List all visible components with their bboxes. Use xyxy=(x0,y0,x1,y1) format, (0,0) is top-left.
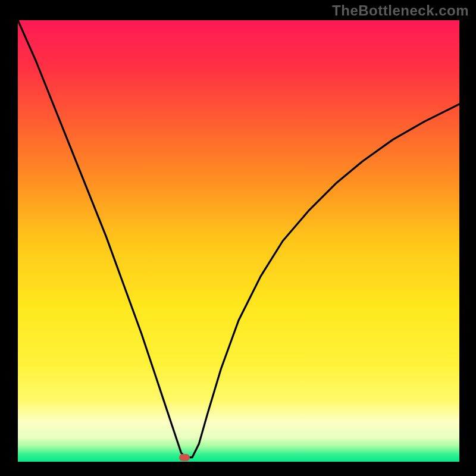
bottleneck-marker xyxy=(179,454,190,461)
chart-curve xyxy=(18,20,459,462)
watermark-text: TheBottleneck.com xyxy=(332,2,469,19)
chart-frame: TheBottleneck.com xyxy=(0,0,476,476)
